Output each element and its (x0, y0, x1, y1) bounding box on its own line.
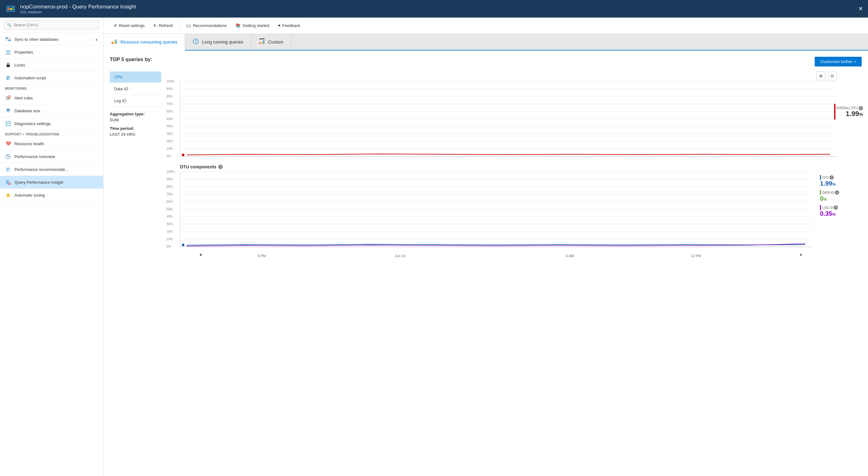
customize-further-button[interactable]: Customize further > (815, 57, 862, 66)
metric-logio-button[interactable]: Log IO (110, 95, 161, 106)
dtu-start-dot (182, 244, 184, 246)
reset-settings-button[interactable]: ↺ Reset settings (110, 21, 148, 30)
refresh-label: Refresh (159, 23, 173, 28)
feedback-button[interactable]: ♥ Feedback (274, 21, 304, 30)
cpu-chart-wrapper: 100% 90% 80% 70% 60% 50% 40% 30% 20% 10%… (166, 82, 862, 157)
sidebar-item-autotuning-label: Automatic tuning (14, 193, 98, 197)
metric-dataio-button[interactable]: Data IO (110, 84, 161, 95)
svg-rect-7 (8, 39, 11, 41)
cpu-color-bar (820, 175, 821, 180)
sidebar-item-perfrec-label: Performance recommendati... (14, 167, 98, 172)
logio-info-icon[interactable]: i (834, 205, 838, 210)
getting-started-button[interactable]: 📚 Getting started (232, 21, 273, 30)
sidebar-item-dbsize-label: Database size (14, 108, 98, 113)
longrunning-tab-label: Long running queries (202, 39, 243, 44)
svg-rect-36 (115, 39, 117, 44)
reset-label: Reset settings (119, 23, 145, 28)
dtu-components-header: DTU components i (180, 164, 837, 169)
properties-icon (5, 49, 11, 55)
overall-dtu-value: 1.99% (836, 110, 863, 117)
heart-icon (5, 140, 11, 147)
sidebar-item-perfrec[interactable]: Performance recommendati... (0, 163, 103, 176)
tab-custom[interactable]: Custom (251, 34, 291, 50)
sidebar-item-sync[interactable]: Sync to other databases ▲ (0, 33, 103, 46)
sidebar-item-automation[interactable]: Automation script (0, 71, 103, 84)
svg-rect-29 (7, 181, 8, 182)
cpu-info-icon[interactable]: i (830, 175, 834, 180)
recommendations-icon: 📖 (186, 23, 191, 28)
sidebar-item-diagnostics-label: Diagnostics settings (14, 121, 98, 126)
svg-rect-6 (6, 37, 8, 39)
dbsize-icon (5, 107, 11, 114)
sidebar-item-alertrules[interactable]: Alert rules (0, 92, 103, 104)
sidebar-item-perfoverview-label: Performance overview (14, 154, 98, 159)
resource-tab-icon (111, 38, 117, 45)
dataio-info-icon[interactable]: i (835, 190, 839, 195)
dtu-section: DTU components i 100% 90% 80% 70% (166, 164, 862, 258)
autotuning-icon (5, 192, 11, 198)
tab-resource-consuming[interactable]: Resource consuming queries (103, 34, 185, 51)
time-period-value: LAST 24 HRS (110, 132, 161, 137)
metric-cpu-button[interactable]: CPU (110, 71, 161, 83)
longrunning-tab-icon (192, 38, 199, 45)
tabs-bar: Resource consuming queries Long running … (103, 34, 868, 51)
close-button[interactable]: ✕ (858, 5, 863, 12)
grid-label-40: 40% (166, 125, 173, 128)
reset-icon: ↺ (114, 23, 117, 28)
refresh-button[interactable]: ↻ Refresh (150, 21, 177, 30)
dtu-components-info-icon[interactable]: i (218, 165, 223, 169)
sidebar-item-resourcehealth-label: Resource health (14, 141, 98, 146)
sidebar-item-perfoverview[interactable]: Performance overview (0, 150, 103, 163)
dataio-comp-value: 0% (820, 195, 839, 202)
titlebar-subtitle: SQL database (20, 10, 136, 14)
dtu-red-bar (834, 104, 835, 120)
grid-label-0: 0% (166, 155, 171, 158)
app-icon (5, 3, 16, 14)
dtu-chart-container: 100% 90% 80% 70% 60% 50% 40% 30% 20% 1 (180, 172, 837, 258)
sidebar-item-resourcehealth[interactable]: Resource health (0, 137, 103, 150)
svg-point-20 (8, 96, 10, 97)
refresh-icon: ↻ (153, 23, 157, 28)
x-tick-6pm: 6 PM (258, 254, 266, 258)
svg-rect-16 (7, 79, 8, 80)
search-icon: 🔍 (7, 23, 11, 27)
aggregation-label: Aggregation type: (110, 112, 161, 116)
overall-dtu-text: OVERALL DTU (836, 106, 858, 110)
sidebar-item-diagnostics[interactable]: Diagnostics settings (0, 117, 103, 130)
tab-long-running[interactable]: Long running queries (185, 34, 251, 50)
sidebar-item-autotuning[interactable]: Automatic tuning (0, 189, 103, 202)
grid-label-100: 100% (166, 80, 175, 83)
recommendations-button[interactable]: 📖 Recommendations (182, 21, 230, 30)
aggregation-section: Aggregation type: SUM Time period: LAST … (110, 112, 161, 137)
dtu-components-title: DTU components (180, 164, 216, 169)
svg-rect-40 (263, 40, 265, 44)
svg-rect-3 (7, 7, 9, 10)
feedback-label: Feedback (282, 23, 300, 28)
sidebar-item-locks[interactable]: Locks (0, 59, 103, 71)
grid-label-10: 10% (166, 147, 173, 151)
sidebar-item-queryinsight[interactable]: Query Performance Insight (0, 176, 103, 189)
zoom-out-button[interactable]: ⊖ (828, 71, 837, 80)
monitoring-section-header: MONITORING (0, 84, 103, 92)
titlebar: nopCommerce-prod - Query Performance Ins… (0, 0, 868, 18)
overall-dtu-info-icon[interactable]: i (859, 106, 863, 110)
svg-rect-35 (114, 41, 115, 44)
dtu-chart: 100% 90% 80% 70% 60% 50% 40% 30% 20% 1 (180, 172, 811, 247)
dtu-section-inner: DTU components i 100% 90% 80% 70% (180, 164, 837, 258)
zoom-in-button[interactable]: ⊕ (816, 71, 825, 80)
svg-marker-41 (259, 38, 265, 39)
sidebar-monitoring-section: Alert rules Database size Diagnostics se… (0, 92, 103, 130)
dtu-lines-svg (180, 172, 811, 247)
sidebar-item-properties[interactable]: Properties (0, 46, 103, 59)
x-end-marker: ▲ (799, 252, 803, 256)
alert-icon (5, 95, 11, 101)
sidebar-item-dbsize[interactable]: Database size (0, 104, 103, 117)
search-input[interactable] (4, 21, 99, 29)
perfoverview-icon (5, 153, 11, 160)
toolbar-separator (179, 22, 180, 29)
sidebar-support-section: Resource health Performance overview Per… (0, 137, 103, 202)
custom-tab-icon (259, 38, 265, 45)
svg-rect-5 (12, 7, 14, 10)
logio-comp-label: LOG IO (822, 206, 833, 210)
toolbar: ↺ Reset settings ↻ Refresh 📖 Recommendat… (103, 18, 868, 34)
